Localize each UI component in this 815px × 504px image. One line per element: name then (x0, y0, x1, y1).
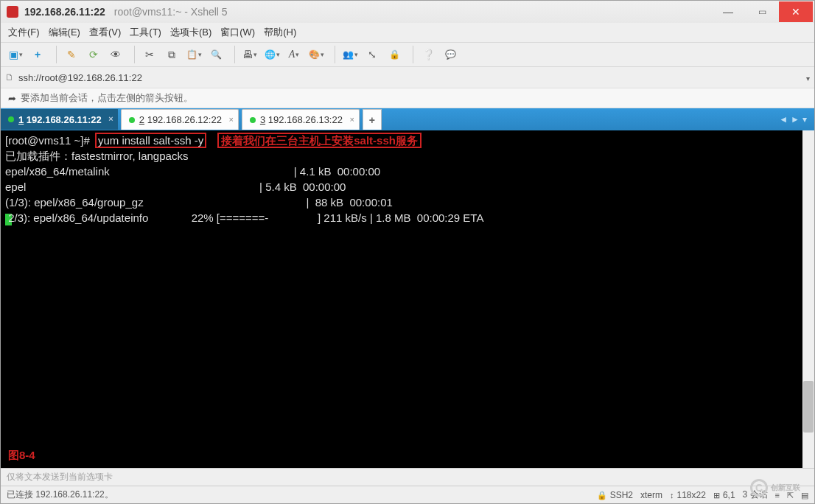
lock-button[interactable] (384, 44, 405, 65)
menu-bar: 文件(F) 编辑(E) 查看(V) 工具(T) 选项卡(B) 窗口(W) 帮助(… (1, 23, 814, 42)
tab-close-icon[interactable] (228, 115, 233, 124)
address-input[interactable] (18, 72, 802, 83)
status-dot-icon (8, 116, 14, 122)
maximize-button[interactable] (745, 1, 779, 22)
menu-tabs[interactable]: 选项卡(B) (170, 26, 211, 39)
menu-edit[interactable]: 编辑(E) (49, 26, 80, 39)
command-input: yum install salt-ssh -y (97, 134, 205, 147)
help-button[interactable] (418, 44, 438, 65)
color-button[interactable] (306, 44, 326, 65)
terminal-line: 已加载插件：fastestmirror, langpacks (5, 150, 188, 162)
title-ip: 192.168.26.11:22 (24, 6, 105, 18)
view-button[interactable] (105, 44, 126, 65)
app-icon (7, 6, 18, 18)
title-bar: 192.168.26.11:22 root@vms11:~ - Xshell 5 (1, 1, 814, 23)
cascade-icon[interactable] (787, 490, 794, 500)
hint-text: 要添加当前会话，点击左侧的箭头按钮。 (21, 92, 193, 105)
shell-prompt: [root@vms11 ~]# (5, 134, 90, 147)
menu-file[interactable]: 文件(F) (8, 26, 40, 39)
reconnect-button[interactable] (83, 44, 104, 65)
session-tab-3[interactable]: 3 192.168.26.13:22 (242, 109, 360, 130)
terminal-scrollbar[interactable] (802, 130, 814, 468)
status-size: 118x22 (677, 490, 706, 500)
tab-accel: 1 (18, 114, 24, 125)
edit-button[interactable] (61, 44, 82, 65)
new-tab-button[interactable] (363, 109, 382, 130)
status-position: 6,1 (723, 490, 735, 500)
scrollbar-thumb[interactable] (803, 381, 814, 433)
add-button[interactable] (27, 44, 48, 65)
protocol-icon (5, 72, 14, 83)
tab-accel: 3 (260, 114, 265, 125)
menu-help[interactable]: 帮助(H) (264, 26, 296, 39)
fullscreen-button[interactable] (362, 44, 382, 65)
minimize-button[interactable] (711, 1, 745, 22)
status-dot-icon (129, 117, 135, 123)
menu-view[interactable]: 查看(V) (89, 26, 121, 39)
hint-bar: 要添加当前会话，点击左侧的箭头按钮。 (1, 88, 814, 108)
tab-label: 192.168.26.12:22 (147, 114, 222, 125)
tab-list-icon[interactable]: ▾ (802, 114, 807, 125)
menu-tools[interactable]: 工具(T) (130, 26, 161, 39)
find-button[interactable] (206, 44, 226, 65)
status-dot-icon (250, 117, 256, 123)
terminal-line: epel | 5.4 kB 00:00:00 (5, 181, 361, 193)
send-text-bar[interactable]: 仅将文本发送到当前选项卡 (1, 468, 814, 486)
sessions-button[interactable] (340, 44, 360, 65)
font-button[interactable] (284, 44, 304, 65)
toolbar (1, 42, 814, 67)
annotation-text: 接着我们在三台主机上安装salt-ssh服务 (219, 134, 420, 147)
copy-button[interactable] (161, 44, 182, 65)
ssh-lock-icon (597, 490, 607, 500)
pos-icon (713, 490, 720, 500)
encoding-button[interactable] (262, 44, 282, 65)
tab-close-icon[interactable] (350, 115, 354, 124)
app-window: 192.168.26.11:22 root@vms11:~ - Xshell 5… (0, 0, 815, 504)
figure-label: 图8-4 (8, 448, 35, 462)
tab-accel: 2 (139, 114, 144, 125)
layout-list-icon[interactable] (775, 490, 780, 500)
tab-bar: 1 192.168.26.11:22 2 192.168.26.12:22 3 … (1, 108, 814, 130)
tab-label: 192.168.26.11:22 (27, 114, 102, 125)
status-bar: 已连接 192.168.26.11:22。 SSH2 xterm 118x22 … (1, 486, 814, 503)
tab-close-icon[interactable] (108, 114, 113, 123)
close-button[interactable] (779, 1, 813, 22)
terminal-line: (1/3): epel/x86_64/group_gz | 88 kB 00:0… (5, 196, 408, 209)
session-tab-1[interactable]: 1 192.168.26.11:22 (1, 109, 118, 130)
address-bar (1, 67, 814, 88)
terminal-line: epel/x86_64/metalink | 4.1 kB 00:00:00 (5, 165, 396, 178)
new-session-button[interactable] (5, 44, 26, 65)
menu-window[interactable]: 窗口(W) (220, 26, 255, 39)
status-termtype: xterm (640, 490, 662, 500)
tab-prev-icon[interactable]: ◄ (779, 114, 788, 125)
terminal-line: 2/3): epel/x86_64/updateinfo 22% [======… (5, 211, 486, 224)
tab-label: 192.168.26.13:22 (268, 114, 343, 125)
size-icon (670, 490, 674, 500)
status-protocol: SSH2 (610, 490, 633, 500)
title-session: root@vms11:~ - Xshell 5 (114, 6, 228, 18)
hint-arrow-icon[interactable] (8, 93, 16, 104)
status-connection: 已连接 192.168.26.11:22。 (7, 489, 113, 501)
paste-button[interactable] (183, 44, 204, 65)
address-dropdown[interactable] (806, 71, 810, 84)
terminal-pane[interactable]: [root@vms11 ~]# yum install salt-ssh -y … (1, 130, 814, 468)
print-button[interactable] (239, 44, 260, 65)
cut-button[interactable] (139, 44, 160, 65)
send-placeholder: 仅将文本发送到当前选项卡 (7, 472, 113, 482)
tile-icon[interactable] (801, 490, 808, 500)
tab-next-icon[interactable]: ► (791, 114, 800, 125)
status-sessions: 3 会话 (743, 489, 768, 501)
session-tab-2[interactable]: 2 192.168.26.12:22 (121, 109, 239, 130)
feedback-button[interactable] (440, 44, 461, 65)
